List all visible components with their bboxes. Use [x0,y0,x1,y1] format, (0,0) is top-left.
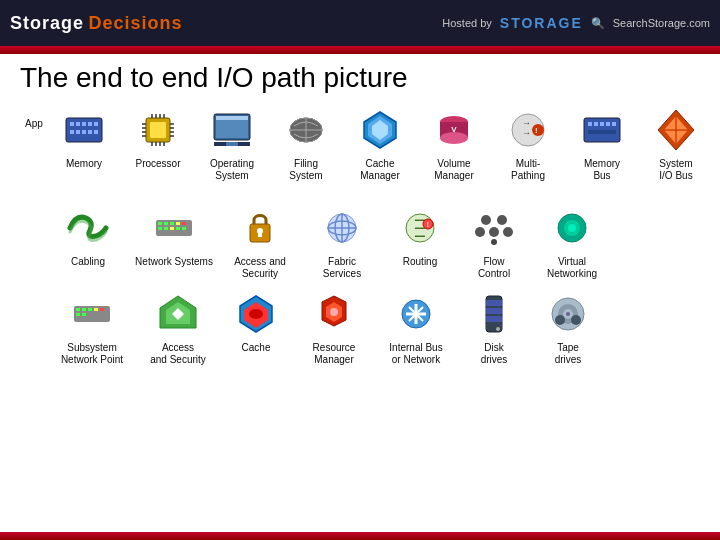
resource-manager-icon [308,288,360,340]
svg-rect-125 [486,300,502,306]
virtual-networking-icon [546,202,598,254]
search-icon-area: 🔍 [591,17,605,30]
memory-icon: 01010110 [58,104,110,156]
filing-system-icon [280,104,332,156]
list-item: CacheManager [344,104,416,194]
row3: SubsystemNetwork Point Accessand Securit… [20,284,700,370]
list-item: Diskdrives [458,288,530,366]
memory-label: Memory [66,158,102,182]
subsystem-network-label: SubsystemNetwork Point [61,342,123,366]
svg-rect-32 [216,116,248,120]
network-systems-label: Network Systems [135,256,213,280]
list-item: FilingSystem [270,104,342,194]
row2-label [20,202,48,216]
svg-rect-13 [150,122,166,138]
svg-text:V: V [451,125,457,134]
list-item: Processor [122,104,194,194]
svg-point-135 [571,315,581,325]
processor-label: Processor [135,158,180,182]
svg-point-121 [249,309,263,319]
list-item: FabricServices [302,202,382,280]
bottom-bar [0,532,720,540]
row2: Cabling Network Systems Access andSecuri… [20,198,700,284]
access-security-icon [234,202,286,254]
operating-system-label: OperatingSystem [210,158,254,182]
list-item: SubsystemNetwork Point [48,288,136,366]
sub-header-bar [0,46,720,54]
svg-text:01010110: 01010110 [75,144,94,149]
routing-label: Routing [403,256,437,280]
fabric-services-icon [316,202,368,254]
logo-storage-text: Storage [10,13,84,34]
list-item: Network Systems [130,202,218,280]
svg-rect-112 [94,308,98,311]
list-item: →→! Multi-Pathing [492,104,564,194]
list-item: ResourceManager [294,288,374,366]
cache2-icon [230,288,282,340]
svg-rect-78 [176,222,180,225]
list-item: OperatingSystem [196,104,268,194]
svg-rect-83 [176,227,180,230]
multi-pathing-label: Multi-Pathing [511,158,545,182]
row1-app-label: App [20,104,48,129]
list-item: Access andSecurity [220,202,300,280]
svg-rect-126 [486,308,502,314]
svg-rect-82 [170,227,174,230]
svg-point-103 [503,227,513,237]
header-right: Hosted by STORAGE 🔍 SearchStorage.com [442,15,710,31]
svg-rect-9 [88,130,92,134]
cabling-icon [62,202,114,254]
svg-rect-109 [76,308,80,311]
svg-rect-6 [70,130,74,134]
svg-rect-110 [82,308,86,311]
memory-bus-label: MemoryBus [584,158,620,182]
svg-rect-3 [82,122,86,126]
fabric-services-label: FabricServices [323,256,361,280]
svg-rect-4 [88,122,92,126]
logo-decisions-text: Decisions [88,13,182,34]
svg-text:━━: ━━ [414,232,425,241]
search-storage-label: SearchStorage.com [613,17,710,29]
svg-text:!: ! [427,221,429,228]
tape-drives-label: Tapedrives [555,342,582,366]
disk-drives-icon [468,288,520,340]
svg-rect-55 [606,122,610,126]
svg-rect-127 [486,316,502,322]
svg-rect-76 [164,222,168,225]
svg-point-134 [555,315,565,325]
list-item: VirtualNetworking [532,202,612,280]
row1: App 01010110 Memory Processor [20,100,700,198]
svg-point-49 [532,124,544,136]
operating-system-icon [206,104,258,156]
filing-system-label: FilingSystem [289,158,322,182]
list-item: SystemI/O Bus [640,104,712,194]
hosted-by-label: Hosted by [442,17,492,29]
list-item: MemoryBus [566,104,638,194]
internal-bus-label: Internal Busor Network [389,342,442,366]
svg-rect-80 [158,227,162,230]
svg-point-107 [568,224,576,232]
svg-point-104 [491,239,497,245]
svg-rect-5 [94,122,98,126]
row1-icons: 01010110 Memory Processor OperatingSyste… [48,104,720,194]
svg-text:→: → [522,118,531,128]
svg-rect-81 [164,227,168,230]
list-item: Cache [220,288,292,366]
access-security-row2-label: Access andSecurity [234,256,286,280]
memory-bus-icon [576,104,628,156]
content-area: App 01010110 Memory Processor [0,100,720,370]
list-item: V VolumeManager [418,104,490,194]
flow-control-icon [468,202,520,254]
svg-point-100 [497,215,507,225]
list-item: FlowControl [458,202,530,280]
row2-icons: Cabling Network Systems Access andSecuri… [48,202,700,280]
disk-drives-label: Diskdrives [481,342,508,366]
processor-icon [132,104,184,156]
svg-point-129 [496,327,500,331]
svg-text:!: ! [535,126,538,135]
header-logo: Storage Decisions [10,13,183,34]
svg-rect-84 [182,227,186,230]
svg-point-133 [566,312,570,316]
access-security2-label: Accessand Security [150,342,206,366]
page-title: The end to end I/O path picture [0,54,720,100]
